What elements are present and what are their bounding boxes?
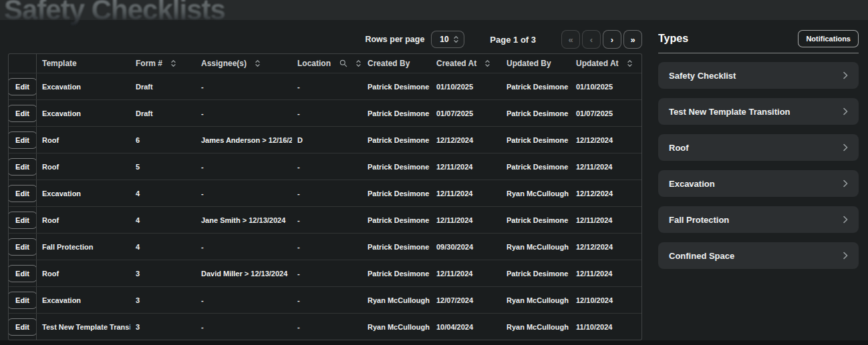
cell-created-by: Patrick Desimone xyxy=(362,190,431,198)
cell-updated-by: Patrick Desimone xyxy=(501,83,571,91)
cell-created-by: Patrick Desimone xyxy=(362,243,431,251)
table-row: EditRoof6James Anderson > 12/16/2024DPat… xyxy=(9,126,641,153)
cell-assignees: - xyxy=(196,243,292,251)
column-header-created-at[interactable]: Created At xyxy=(431,59,501,68)
edit-cell: Edit xyxy=(9,100,37,126)
types-title: Types xyxy=(658,33,688,45)
edit-button[interactable]: Edit xyxy=(9,292,37,309)
chevron-right-icon xyxy=(843,71,848,79)
cell-location: - xyxy=(292,243,362,251)
page-title: Safety Checklists xyxy=(4,0,225,26)
edit-button[interactable]: Edit xyxy=(9,131,37,149)
column-header-form[interactable]: Form # xyxy=(130,59,196,68)
sort-icon[interactable] xyxy=(627,59,632,67)
cell-template: Fall Protection xyxy=(37,243,130,251)
type-card-label: Confined Space xyxy=(669,251,734,261)
cell-created-by: Patrick Desimone xyxy=(362,109,431,117)
type-card-roof[interactable]: Roof xyxy=(658,134,859,161)
first-page-button[interactable]: « xyxy=(561,30,580,49)
column-label: Created By xyxy=(368,59,410,68)
sort-icon[interactable] xyxy=(171,59,176,67)
select-caret-icon xyxy=(454,35,458,43)
search-icon[interactable] xyxy=(339,59,347,67)
types-list: Safety ChecklistTest New Template Transi… xyxy=(658,62,859,269)
sort-icon[interactable] xyxy=(485,59,490,67)
cell-form: 3 xyxy=(130,323,196,331)
type-card-label: Roof xyxy=(669,143,689,153)
chevron-right-icon xyxy=(843,216,848,224)
type-card-label: Test New Template Transition xyxy=(669,107,790,117)
column-header-location[interactable]: Location xyxy=(292,59,362,68)
cell-template: Excavation xyxy=(37,109,130,117)
prev-page-button[interactable]: ‹ xyxy=(582,30,601,49)
cell-form: 6 xyxy=(130,136,196,144)
cell-updated-by: Ryan McCullough xyxy=(501,296,571,304)
column-header-updated-at[interactable]: Updated At xyxy=(571,59,641,68)
edit-button[interactable]: Edit xyxy=(9,78,37,95)
sort-icon[interactable] xyxy=(356,59,361,67)
column-label: Updated By xyxy=(507,59,551,68)
column-header-assignee-s[interactable]: Assignee(s) xyxy=(196,59,292,68)
cell-updated-by: Ryan McCullough xyxy=(501,323,571,331)
cell-updated-by: Ryan McCullough xyxy=(501,190,571,198)
notifications-button[interactable]: Notifications xyxy=(798,30,859,47)
cell-created-at: 12/11/2024 xyxy=(431,216,501,224)
edit-button[interactable]: Edit xyxy=(9,265,37,282)
chevron-right-icon xyxy=(843,180,848,188)
cell-updated-by: Patrick Desimone xyxy=(501,109,571,117)
edit-cell: Edit xyxy=(9,153,37,180)
edit-button[interactable]: Edit xyxy=(9,212,37,229)
type-card-excavation[interactable]: Excavation xyxy=(658,170,859,197)
cell-location: - xyxy=(292,323,362,331)
edit-button[interactable]: Edit xyxy=(9,158,37,176)
cell-template: Excavation xyxy=(37,190,130,198)
cell-assignees: Jane Smith > 12/13/2024 xyxy=(196,216,292,224)
edit-cell: Edit xyxy=(9,207,37,233)
cell-assignees: - xyxy=(196,163,292,171)
table-row: EditExcavation4--Patrick Desimone12/11/2… xyxy=(9,180,641,206)
cell-created-at: 10/04/2024 xyxy=(431,323,501,331)
rows-per-page-value: 10 xyxy=(440,35,448,44)
edit-button[interactable]: Edit xyxy=(9,185,37,202)
type-card-confined-space[interactable]: Confined Space xyxy=(658,242,859,269)
cell-location: - xyxy=(292,163,362,171)
sort-icon[interactable] xyxy=(255,59,260,67)
table-row: EditRoof5--Patrick Desimone12/11/2024Pat… xyxy=(9,153,641,180)
edit-button[interactable]: Edit xyxy=(9,105,37,122)
cell-form: 4 xyxy=(130,190,196,198)
chevron-right-icon xyxy=(843,107,848,115)
cell-updated-at: 12/12/2024 xyxy=(571,136,641,144)
cell-updated-at: 12/12/2024 xyxy=(571,243,641,251)
column-label: Form # xyxy=(136,59,162,68)
cell-created-by: Patrick Desimone xyxy=(362,136,431,144)
last-page-button[interactable]: » xyxy=(623,30,642,49)
next-page-button[interactable]: › xyxy=(603,30,621,49)
edit-cell: Edit xyxy=(9,260,37,286)
cell-location: D xyxy=(292,136,362,144)
cell-created-by: Patrick Desimone xyxy=(362,216,431,224)
cell-form: 3 xyxy=(130,296,196,304)
edit-cell: Edit xyxy=(9,314,37,340)
type-card-test-new-template-transition[interactable]: Test New Template Transition xyxy=(658,98,859,125)
cell-form: Draft xyxy=(130,109,196,117)
type-card-label: Safety Checklist xyxy=(669,71,736,81)
cell-location: - xyxy=(292,83,362,91)
type-card-safety-checklist[interactable]: Safety Checklist xyxy=(658,62,859,89)
column-label: Created At xyxy=(436,59,476,68)
edit-button[interactable]: Edit xyxy=(9,318,37,336)
cell-template: Excavation xyxy=(37,296,130,304)
rows-per-page-select[interactable]: 10 xyxy=(431,31,464,48)
cell-template: Roof xyxy=(37,270,130,278)
type-card-fall-protection[interactable]: Fall Protection xyxy=(658,206,859,233)
cell-updated-at: 12/10/2024 xyxy=(571,296,641,304)
edit-button[interactable]: Edit xyxy=(9,238,37,256)
cell-updated-at: 12/11/2024 xyxy=(571,163,641,171)
cell-form: 4 xyxy=(130,216,196,224)
pagination: «‹›» xyxy=(561,30,642,49)
cell-created-at: 12/07/2024 xyxy=(431,296,501,304)
cell-created-by: Patrick Desimone xyxy=(362,163,431,171)
cell-created-by: Ryan McCullough xyxy=(362,323,431,331)
column-label: Updated At xyxy=(576,59,619,68)
cell-updated-by: Patrick Desimone xyxy=(501,270,571,278)
types-panel: Types Notifications Safety ChecklistTest… xyxy=(658,29,859,278)
